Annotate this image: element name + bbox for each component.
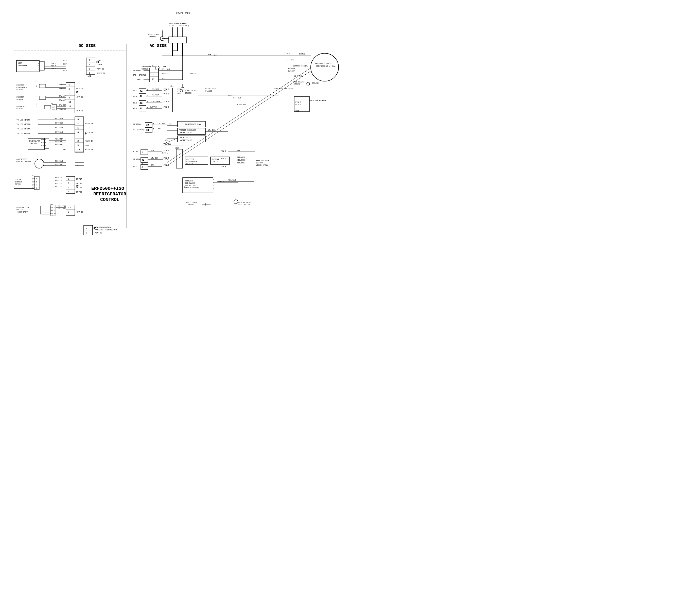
- refrigerator-label: REFRIGERATOR: [93, 192, 126, 197]
- door-open-label: (DOOR OPEN): [17, 211, 28, 213]
- to-led-1-label: TO LED WIRING: [17, 119, 31, 121]
- gry-blk-label: GRY/BLK: [59, 104, 67, 106]
- mb1-fresh-label: MB1: [51, 103, 54, 105]
- svg-text:2: 2: [147, 101, 148, 104]
- svg-text:2: 2: [36, 95, 37, 98]
- pin-n-label: PIN N: [178, 90, 183, 92]
- 5v-dc-j6c-label: +5V DC: [76, 110, 84, 112]
- 12v-dc-j4d-label: +12V DC: [85, 149, 94, 151]
- 5v-dc-j6a-label: +5V DC: [76, 87, 84, 90]
- svg-text:1: 1: [142, 151, 143, 154]
- red-ssr1-label: RED: [158, 128, 161, 130]
- pin2-right-label: PIN 2: [221, 158, 226, 160]
- comm-label: COMM.: [97, 64, 103, 66]
- wht-blu-label: WHT/BLU: [55, 131, 62, 133]
- svg-text:11: 11: [76, 160, 78, 162]
- svg-text:12: 12: [68, 207, 71, 209]
- main-inlet-water-label: WATER VALVE: [180, 139, 192, 141]
- red-yel-label: RED/YEL: [55, 177, 62, 179]
- svg-text:J2: J2: [142, 159, 144, 161]
- freezer-evap-sensor-label: FREEZER: [17, 84, 24, 86]
- svg-text:6: 6: [77, 131, 78, 134]
- main-inlet-label: MAIN INLET: [180, 137, 191, 139]
- freezer-evap-sensor-label2: EVAPORATOR: [17, 87, 28, 89]
- freezer-sensor-label2: SENSOR: [17, 99, 23, 101]
- rl6-label: RL6: [133, 102, 137, 104]
- see-fz-label: (SEE FZ ICE: [184, 185, 196, 187]
- blk-main-label: BLK: [208, 54, 211, 56]
- out2b-label: OUT2B: [76, 191, 82, 193]
- pin5-label: 1: [38, 69, 39, 70]
- pin4-label: 2: [38, 67, 39, 68]
- pin6-at1-label: PIN 6: [33, 178, 37, 180]
- yel-red-label: YEL/RED: [152, 88, 159, 90]
- mc1-pin6-label: PIN 6: [164, 106, 169, 108]
- power-cord-label: POWER CORD: [176, 12, 190, 15]
- svg-text:2: 2: [36, 106, 37, 108]
- water-valve-label: WATER VALVE: [180, 132, 192, 134]
- svg-text:5: 5: [77, 127, 78, 129]
- mb1-evap-label: MB1: [64, 149, 66, 150]
- neutral-j2b-label: NEUTRAL: [133, 158, 142, 160]
- gry-blk2-label: GRY/BLK: [59, 108, 67, 110]
- mb2-label: MB2: [176, 147, 179, 149]
- to-led-3-label: TO LED WIRING: [17, 128, 31, 130]
- blk-label: BLK: [64, 59, 67, 62]
- line-j2-label: LINE: [133, 151, 138, 153]
- line-ac-label: LINE: [136, 79, 141, 81]
- svg-text:6: 6: [153, 123, 154, 126]
- j2-rl5-label: J2: [140, 90, 143, 92]
- brn-wht-label: BRN/WHT: [55, 144, 62, 146]
- svg-text:1: 1: [89, 59, 90, 62]
- user-interface-label: USER: [18, 62, 22, 64]
- gnd-label: GND: [97, 59, 101, 62]
- rl5-label: RL5: [133, 90, 137, 92]
- grn-yel-roller-label: GRN/YEL: [218, 180, 226, 182]
- evap-fan-dc-label: FAN (DC): [30, 142, 39, 144]
- freezer-sensor-label: FREEZER: [17, 96, 24, 98]
- freezer-evap-sensor-label3: SENSOR: [17, 89, 23, 91]
- blk-door-label: BLK: [50, 215, 53, 217]
- gry-wht2-label: GRY/WHT: [59, 99, 66, 101]
- wht-label: WHT: [64, 63, 67, 65]
- ctrl-signal-label: CONTROL SIGNAL: [293, 65, 308, 67]
- svg-text:11: 11: [77, 149, 80, 151]
- wht-grn-label: WHT/GRN: [55, 118, 62, 120]
- j2-rl4-label: J2: [140, 95, 143, 98]
- pin3-text: PIN 3: [51, 63, 56, 65]
- comp-ctrl-label2: CONTROL SIGNAL: [17, 161, 32, 163]
- comp-ctrl-label: COMPRESSOR: [17, 158, 28, 160]
- base-plate-ground2-label: GROUND: [149, 36, 156, 38]
- blk-j1-label: BLK: [162, 77, 166, 80]
- pin4-text: PIN 4: [51, 65, 56, 67]
- blk-orn-ac-label: BLK/ORN: [237, 156, 245, 158]
- pin-l-label: PIN L: [178, 88, 183, 90]
- pin1-mb2-label: PIN 1: [164, 150, 169, 152]
- wiring-diagram: DC SIDE AC SIDE POWER CORD NON-RIBBED LI…: [0, 0, 350, 304]
- neutral-j2-label: NEUTRAL: [133, 123, 142, 125]
- control-label: CONTROL: [100, 197, 120, 202]
- 12v-dc-j4b-label: +12V DC: [85, 131, 94, 134]
- compressor-inv-label: COMPRESSOR / INV.: [316, 65, 337, 67]
- lt-blu-water-label: LT. BLU: [208, 129, 215, 131]
- svg-rect-0: [0, 0, 350, 304]
- coil-ground-label: GROUND: [188, 204, 194, 206]
- svg-text:6: 6: [153, 128, 154, 131]
- j1-label: J1: [152, 65, 155, 67]
- gry-yel-2-label: GRY/YEL: [59, 88, 66, 90]
- blk-line-label: BLK: [151, 150, 154, 152]
- blk-comp-gnd-label: BLK: [163, 66, 166, 68]
- mb1-door-label: MB1: [50, 204, 53, 205]
- pin3-at1-label: PIN 3: [33, 187, 37, 189]
- svg-text:4: 4: [89, 72, 90, 75]
- right-door-flange2-label: FLANGE: [205, 90, 212, 92]
- j3-rl8-label: J3: [140, 107, 143, 110]
- pin4-mb2-label: PIN 4: [164, 164, 169, 166]
- dc-side-label: DC SIDE: [78, 44, 96, 48]
- svg-text:3: 3: [68, 187, 69, 189]
- blk-orn-door-label: BLK/ORN: [50, 212, 57, 214]
- compressor-ground2-label: GROUND: [142, 68, 148, 70]
- svg-text:11: 11: [69, 101, 71, 104]
- svg-text:1: 1: [77, 136, 78, 138]
- door-open-ac-label: (DOOR OPEN): [256, 164, 268, 166]
